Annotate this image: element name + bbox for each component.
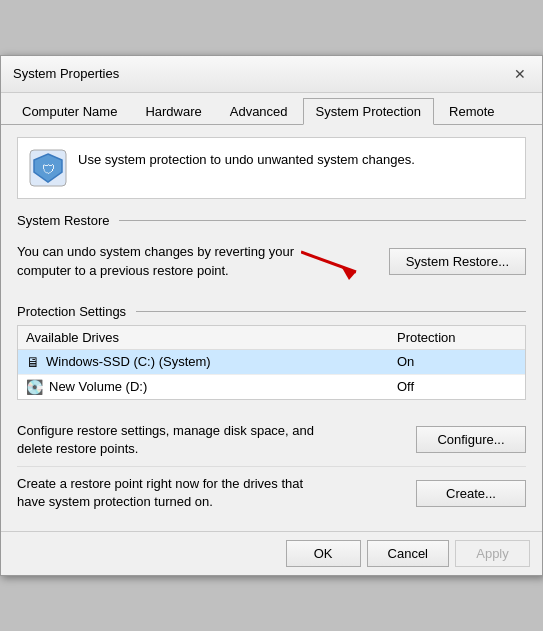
tab-content: 🛡 Use system protection to undo unwanted… [1, 125, 542, 532]
tab-hardware[interactable]: Hardware [132, 98, 214, 125]
restore-row: You can undo system changes by reverting… [17, 234, 526, 290]
info-box: 🛡 Use system protection to undo unwanted… [17, 137, 526, 199]
cancel-button[interactable]: Cancel [367, 540, 449, 567]
ps-header-row: Available Drives Protection [18, 326, 525, 350]
system-restore-button[interactable]: System Restore... [389, 248, 526, 275]
ps-col-protection: Protection [397, 330, 517, 345]
table-row[interactable]: 💽 New Volume (D:) Off [18, 375, 525, 399]
shield-icon: 🛡 [28, 148, 68, 188]
tab-computer-name[interactable]: Computer Name [9, 98, 130, 125]
configure-text: Configure restore settings, manage disk … [17, 422, 322, 458]
tab-system-protection[interactable]: System Protection [303, 98, 435, 125]
drive-icon-d: 💽 [26, 379, 43, 395]
create-text: Create a restore point right now for the… [17, 475, 322, 511]
dialog-title: System Properties [13, 66, 119, 81]
configure-row: Configure restore settings, manage disk … [17, 414, 526, 466]
tabs-container: Computer Name Hardware Advanced System P… [1, 93, 542, 125]
info-text: Use system protection to undo unwanted s… [78, 148, 415, 167]
protection-settings-label: Protection Settings [17, 304, 526, 319]
create-row: Create a restore point right now for the… [17, 466, 526, 519]
table-row[interactable]: 🖥 Windows-SSD (C:) (System) On [18, 350, 525, 375]
drive-icon-c: 🖥 [26, 354, 40, 370]
restore-button-area: System Restore... [301, 242, 526, 282]
ok-button[interactable]: OK [286, 540, 361, 567]
red-arrow-icon [301, 242, 381, 282]
drive-protection-c: On [397, 354, 517, 369]
protection-settings-section: Protection Settings Available Drives Pro… [17, 304, 526, 400]
system-restore-section: System Restore You can undo system chang… [17, 213, 526, 290]
create-button[interactable]: Create... [416, 480, 526, 507]
drive-protection-d: Off [397, 379, 517, 394]
bottom-actions: Configure restore settings, manage disk … [17, 414, 526, 520]
system-properties-dialog: System Properties ✕ Computer Name Hardwa… [0, 55, 543, 577]
close-button[interactable]: ✕ [510, 64, 530, 84]
drive-name-c: Windows-SSD (C:) (System) [46, 354, 397, 369]
ps-col-drives: Available Drives [26, 330, 397, 345]
apply-button[interactable]: Apply [455, 540, 530, 567]
tab-advanced[interactable]: Advanced [217, 98, 301, 125]
dialog-footer: OK Cancel Apply [1, 531, 542, 575]
restore-description: You can undo system changes by reverting… [17, 243, 297, 279]
system-restore-label: System Restore [17, 213, 526, 228]
title-bar: System Properties ✕ [1, 56, 542, 93]
tab-remote[interactable]: Remote [436, 98, 508, 125]
drive-name-d: New Volume (D:) [49, 379, 397, 394]
configure-button[interactable]: Configure... [416, 426, 526, 453]
svg-text:🛡: 🛡 [42, 162, 55, 177]
protection-settings-table: Available Drives Protection 🖥 Windows-SS… [17, 325, 526, 400]
